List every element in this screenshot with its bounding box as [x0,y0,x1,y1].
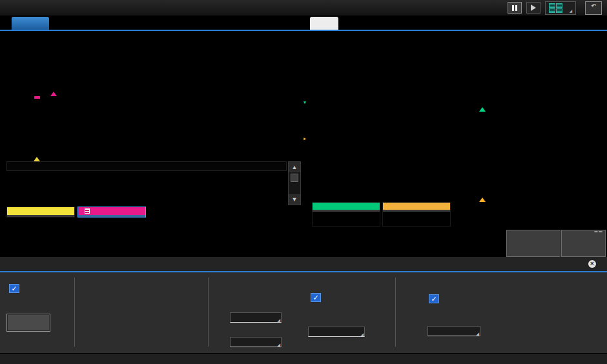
timebase-summary-box[interactable] [506,230,561,257]
trigger-position-marker[interactable] [50,92,57,96]
dqs-trace-tag: ▸ [300,136,309,141]
trigger-coupling-badge [599,231,602,232]
scroll-thumb[interactable] [291,174,298,182]
trigger-on-dropdown[interactable]: ◢ [427,326,480,336]
dropdown-triangle-icon: ◢ [277,343,280,347]
dialog-body: ✓ ◢ ◢ ✓ ◢ ✓ [0,272,607,352]
close-icon: ✕ [588,260,596,268]
section-divider [395,278,396,347]
z1-descriptor[interactable] [6,207,75,217]
check-icon: ✓ [313,294,318,301]
dropdown-triangle-icon: ◢ [360,332,364,336]
ddr-cmd-bus-table [6,161,287,171]
z6-descriptor[interactable] [77,207,146,217]
enable-rw-separation-checkbox[interactable]: ✓ [9,284,19,293]
scroll-up-icon[interactable]: ▲ [289,162,300,172]
arrow-right-icon: ▸ [300,136,309,141]
table-scrollbar[interactable]: ▲ ▼ [288,161,301,205]
scroll-down-icon[interactable]: ▼ [289,194,300,205]
ddr-debug-dialog: ✕ ✓ ◢ ◢ ✓ [0,257,607,353]
pause-button[interactable] [508,2,522,14]
read-latency-dropdown[interactable]: ◢ [230,312,282,323]
zoom-region-marker [34,96,40,99]
close-dialog-button[interactable]: ✕ [588,260,599,268]
dropdown-triangle-icon: ◢ [476,332,479,336]
play-button[interactable] [526,2,540,14]
dq-write-eye-panel[interactable] [312,35,605,106]
dqs-eye-descriptor[interactable] [382,202,451,227]
mosaic-display-selector[interactable]: ◢ [545,1,576,15]
undo-button[interactable]: ↶ [585,1,602,15]
play-icon [531,5,536,11]
dropdown-triangle-icon: ◢ [277,318,280,322]
mosaic-grid-icon [549,3,562,13]
section-divider [208,278,209,347]
arrow-down-icon: ▾ [300,100,309,105]
workspace: ▲ ▼ [0,16,607,257]
digital1-setup-button[interactable] [6,314,50,332]
dqs-eye-panel[interactable] [312,111,605,197]
trigger-source-badge [594,231,598,232]
green-time-marker[interactable] [479,107,486,112]
digital-bus-panel[interactable] [6,18,302,96]
undo-icon: ↶ [586,3,601,8]
zoom-z1-panel[interactable] [6,99,302,156]
enable-bus-trigger-checkbox[interactable]: ✓ [429,294,439,303]
dialog-tab-bar: ✕ [0,257,607,272]
section-divider [74,278,75,347]
brand-logo [5,353,8,364]
write-latency-dropdown[interactable]: ◢ [230,337,282,347]
tab-view3[interactable] [310,17,338,30]
check-icon: ✓ [431,295,437,303]
digital-bus-icon [85,208,90,214]
dropdown-triangle-icon: ◢ [569,8,572,13]
show-cmd-bus-checkbox[interactable]: ✓ [311,293,321,302]
menu-bar: ◢ ↶ [0,0,607,16]
oscilloscope-screen: ◢ ↶ ▲ ▼ [0,0,607,364]
trigger-summary-box[interactable] [561,230,606,257]
dq-write-eye-descriptor[interactable] [312,202,380,227]
menu-right-controls: ◢ ↶ [503,1,604,15]
orange-time-marker[interactable] [479,197,486,202]
pause-icon [512,5,514,11]
check-icon: ✓ [11,285,17,292]
z1-trigger-marker[interactable] [34,157,40,161]
status-bar [0,353,607,364]
dq-trace-tag: ▾ [300,100,309,105]
show-as-dropdown[interactable]: ◢ [308,327,365,337]
cmd-table-header [7,162,286,170]
